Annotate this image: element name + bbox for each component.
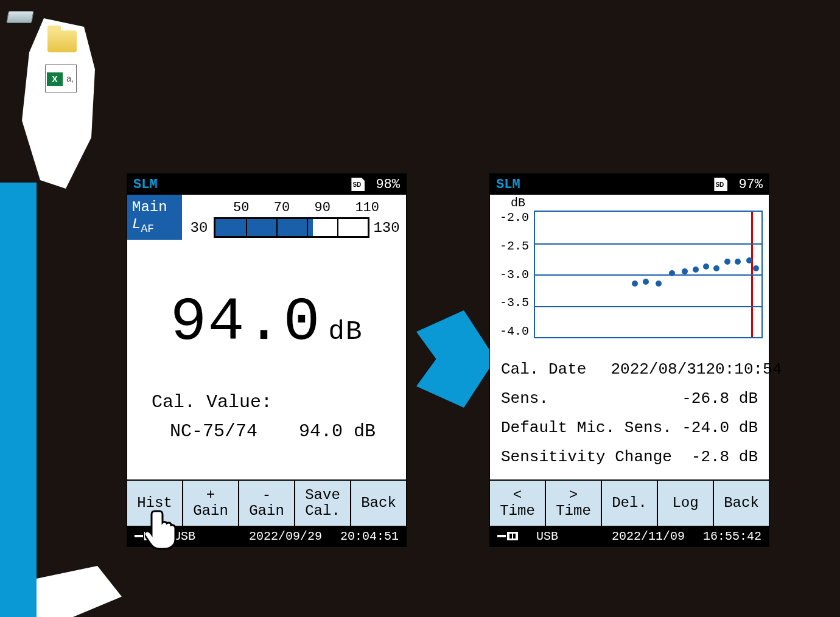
default-sens-label: Default Mic. Sens. [501,419,672,437]
footer-time: 16:55:42 [703,529,761,543]
gain-up-button[interactable]: +Gain [183,481,239,526]
time-next-button[interactable]: >Time [546,481,602,526]
spl-value: 94.0 [170,288,321,357]
back-button[interactable]: Back [351,481,406,526]
folder-icon[interactable] [47,30,77,52]
delete-button[interactable]: Del. [602,481,658,526]
excel-file-icon[interactable]: Xa, [45,64,77,92]
back-button[interactable]: Back [714,481,769,526]
slm-calibration-screen: SLM 98% Main LAF 50 70 90 110 30 [127,173,407,547]
level-bar-row: Main LAF 50 70 90 110 30 130 [127,195,406,240]
chart-plot-area [534,211,763,338]
chart-y-ticks: -2.0-2.5-3.0-3.5-4.0 [490,211,531,338]
battery-level: 97% [738,177,763,192]
cal-value-label: Cal. Value: [152,388,382,417]
cal-date-value: 2022/08/31 [611,360,705,378]
sd-card-icon [714,178,727,191]
footer-date: 2022/11/09 [612,529,685,543]
chart-y-unit: dB [511,196,525,210]
app-title: SLM [133,177,158,192]
main-tab[interactable]: Main LAF [127,195,182,240]
footer-date: 2022/09/29 [249,529,322,543]
save-cal-button[interactable]: SaveCal. [295,481,351,526]
log-button[interactable]: Log [658,481,714,526]
cal-date-label: Cal. Date [501,360,586,378]
slm-history-screen: SLM 97% dB -2.0-2.5-3.0-3.5-4.0 Cal. Dat… [489,173,769,547]
default-sens-value: -24.0 dB [682,419,758,437]
drive-icon[interactable] [6,11,34,23]
hand-cursor-icon [145,507,181,550]
sens-label: Sens. [501,389,548,408]
sens-change-value: -2.8 dB [691,448,758,466]
bar-max: 130 [369,220,404,236]
blue-arrow-shape [416,310,495,408]
device-header: SLM 98% [127,174,406,195]
time-prev-button[interactable]: <Time [490,481,546,526]
app-title: SLM [496,177,520,192]
softkey-bar: <Time >Time Del. Log Back [490,479,769,526]
battery-level: 98% [376,177,400,192]
connection-label: USB [536,529,558,543]
spl-reading: 94.0dB [127,288,406,357]
blue-side-shape [0,183,37,617]
sd-card-icon [351,178,365,191]
bar-min: 30 [184,220,214,236]
level-bar [214,217,369,238]
sensitivity-chart: dB -2.0-2.5-3.0-3.5-4.0 [490,195,769,342]
cal-model: NC-75/74 [170,417,257,446]
sens-value: -26.8 dB [682,389,758,408]
main-tab-label: Main [132,199,167,216]
usb-plug-icon [497,532,518,540]
footer-time: 20:04:51 [340,529,399,543]
cal-time-value: 20:10:54 [705,360,782,378]
gain-down-button[interactable]: -Gain [239,481,295,526]
calibration-info: Cal. Value: NC-75/74 94.0 dB [127,388,406,446]
cal-value: 94.0 dB [299,417,376,446]
laf-label: LAF [132,216,154,235]
sens-change-label: Sensitivity Change [501,448,672,466]
bar-tick-labels: 50 70 90 110 [184,195,404,215]
device-footer: USB 2022/11/09 16:55:42 [490,526,769,546]
calibration-details: Cal. Date 2022/08/31 20:10:54 Sens. -26.… [490,360,769,466]
spl-unit: dB [329,316,363,347]
device-header: SLM 97% [490,174,769,195]
